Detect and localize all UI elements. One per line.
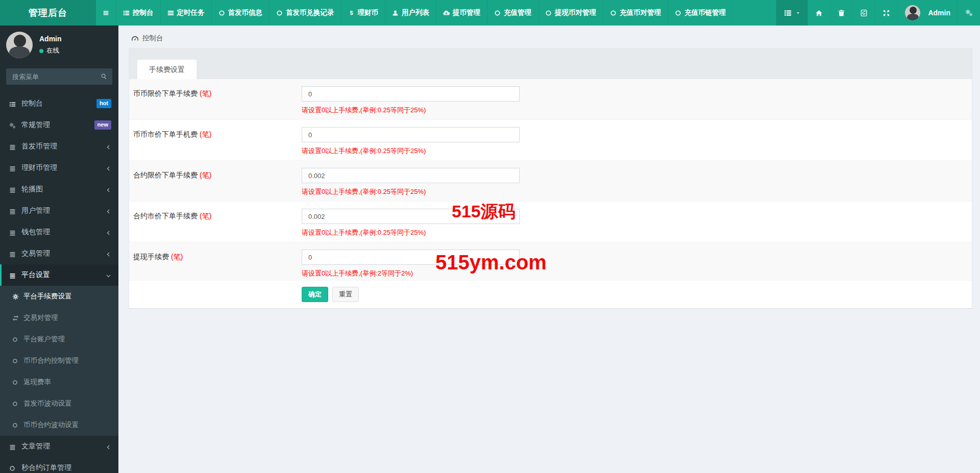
breadcrumb: 控制台 [131, 34, 980, 43]
dashboard-icon [131, 35, 139, 42]
sidebar-item-label: 常规管理 [21, 120, 50, 130]
nav-item-console[interactable]: 控制台 [116, 0, 161, 26]
sidebar-item-label: 秒合约订单管理 [21, 463, 71, 472]
settings-button[interactable] [958, 0, 980, 26]
search-input[interactable] [6, 68, 112, 85]
nav-item-recharge-chains[interactable]: 充值币链管理 [668, 0, 733, 26]
field-unit: (笔) [200, 171, 211, 179]
sidebar-item-articles[interactable]: 文章管理 [0, 436, 118, 457]
home-icon [815, 9, 823, 17]
cloud-upload-icon [443, 10, 450, 16]
hot-badge: hot [96, 99, 111, 108]
list-icon [9, 165, 16, 172]
circle-icon [276, 10, 283, 16]
submenu-item-label: 交易对管理 [23, 313, 58, 322]
submenu-item-ico-fluctuation[interactable]: 首发币波动设置 [0, 393, 118, 414]
layout-menu-dropdown[interactable] [776, 0, 807, 26]
nav-item-label: 充值管理 [504, 8, 531, 17]
avatar [6, 32, 33, 58]
sidebar-toggle-button[interactable] [96, 0, 116, 26]
sidebar-item-label: 平台设置 [21, 270, 50, 280]
submenu-item-label: 平台账户管理 [23, 335, 65, 344]
chevron-down-icon [106, 273, 111, 279]
form-row: 合约限价下单手续费(笔) 请设置0以上手续费,(举例:0.25等同于25%) [129, 161, 972, 202]
app-logo[interactable]: 管理后台 [0, 0, 96, 26]
sidebar-item-wallet[interactable]: 钱包管理 [0, 221, 118, 243]
top-navbar: 管理后台 控制台 定时任务 首发币信息 首发币兑换记录 理财币 用户列表 提币管… [0, 0, 980, 26]
chevron-left-icon [106, 144, 111, 150]
exchange-icon [12, 315, 19, 321]
submenu-item-label: 币币合约波动设置 [23, 420, 79, 430]
sidebar-item-label: 用户管理 [21, 206, 50, 215]
list-icon [9, 444, 16, 451]
nav-item-user-list[interactable]: 用户列表 [385, 0, 436, 26]
submenu-item-platform-accounts[interactable]: 平台账户管理 [0, 329, 118, 350]
withdraw-fee-input[interactable] [302, 250, 520, 265]
nav-item-cron-tasks[interactable]: 定时任务 [161, 0, 212, 26]
contract-limit-fee-input[interactable] [302, 168, 520, 183]
field-unit: (笔) [171, 253, 183, 261]
sidebar-item-console[interactable]: 控制台hot [0, 93, 118, 114]
avatar [905, 5, 920, 20]
sidebar-item-label: 控制台 [21, 99, 43, 108]
trash-button[interactable] [830, 0, 852, 26]
tab-fee-settings[interactable]: 手续费设置 [137, 60, 197, 79]
nav-item-recharge-pairs[interactable]: 充值币对管理 [603, 0, 668, 26]
form-row: 币币市价下单手机费(笔) 请设置0以上手续费,(举例:0.25等同于25%) [129, 120, 972, 161]
submenu-item-trade-pairs[interactable]: 交易对管理 [0, 307, 118, 329]
sidebar-item-users[interactable]: 用户管理 [0, 200, 118, 221]
nav-item-withdraw-pairs[interactable]: 提现币对管理 [538, 0, 603, 26]
user-name: Admin [928, 9, 950, 17]
user-name: Admin [39, 35, 62, 43]
submenu-item-fee-settings[interactable]: 平台手续费设置 [0, 286, 118, 307]
circle-icon [12, 422, 18, 428]
nav-item-label: 定时任务 [177, 8, 205, 17]
sidebar: Admin 在线 控制台hot 常规管理new 首发币管理 理财币管理 轮播图 … [0, 26, 118, 473]
circle-icon [12, 337, 18, 342]
submit-button[interactable]: 确定 [302, 287, 328, 302]
sidebar-item-trade[interactable]: 交易管理 [0, 243, 118, 264]
circle-icon [545, 10, 552, 16]
main-content: 控制台 手续费设置 币币限价下单手续费(笔) 请设置0以上手续费,(举例:0.2… [118, 26, 980, 473]
usd-icon [348, 10, 355, 16]
circle-icon [675, 10, 681, 16]
circle-icon [9, 465, 15, 471]
nav-item-ico-exchange-records[interactable]: 首发币兑换记录 [270, 0, 341, 26]
field-label: 提现手续费(笔) [133, 250, 302, 280]
nav-item-label: 充值币链管理 [684, 8, 726, 17]
sidebar-item-label: 文章管理 [21, 442, 50, 451]
sidebar-item-general[interactable]: 常规管理new [0, 114, 118, 136]
search-icon[interactable] [101, 73, 107, 80]
spot-limit-fee-input[interactable] [302, 86, 520, 102]
submenu-item-contract-control[interactable]: 币币合约控制管理 [0, 350, 118, 371]
nav-item-ico-info[interactable]: 首发币信息 [212, 0, 270, 26]
sidebar-item-wealth[interactable]: 理财币管理 [0, 157, 118, 179]
sidebar-item-ico[interactable]: 首发币管理 [0, 136, 118, 157]
th-list-icon [784, 9, 792, 17]
submenu-item-label: 平台手续费设置 [23, 292, 72, 301]
online-status-dot [39, 49, 43, 53]
contract-market-fee-input[interactable] [302, 209, 520, 224]
expand-arrows-icon [883, 9, 890, 17]
nav-item-recharge[interactable]: 充值管理 [487, 0, 538, 26]
sidebar-item-carousel[interactable]: 轮播图 [0, 179, 118, 200]
field-label: 合约市价下单手续费(笔) [133, 209, 302, 242]
nav-item-withdraw-coin[interactable]: 提币管理 [436, 0, 487, 26]
chevron-left-icon [106, 252, 111, 257]
field-help: 请设置0以上手续费,(举例:0.25等同于25%) [302, 187, 520, 196]
sidebar-item-second-contract-orders[interactable]: 秒合约订单管理 [0, 457, 118, 473]
navbar-right-tools: Admin [776, 0, 980, 26]
submenu-item-cashback-rate[interactable]: 返现费率 [0, 371, 118, 393]
reset-button[interactable]: 重置 [332, 287, 359, 302]
fullscreen-button[interactable] [875, 0, 897, 26]
submenu-item-contract-fluctuation[interactable]: 币币合约波动设置 [0, 414, 118, 436]
spot-market-fee-input[interactable] [302, 127, 520, 142]
nav-item-label: 提币管理 [453, 8, 480, 17]
nav-item-wealth-coin[interactable]: 理财币 [341, 0, 386, 26]
field-label: 合约限价下单手续费(笔) [133, 168, 302, 201]
circle-icon [610, 10, 617, 16]
home-button[interactable] [807, 0, 830, 26]
clear-cache-button[interactable] [852, 0, 875, 26]
sidebar-item-platform-settings[interactable]: 平台设置 [0, 264, 118, 286]
user-menu[interactable]: Admin [897, 0, 958, 26]
